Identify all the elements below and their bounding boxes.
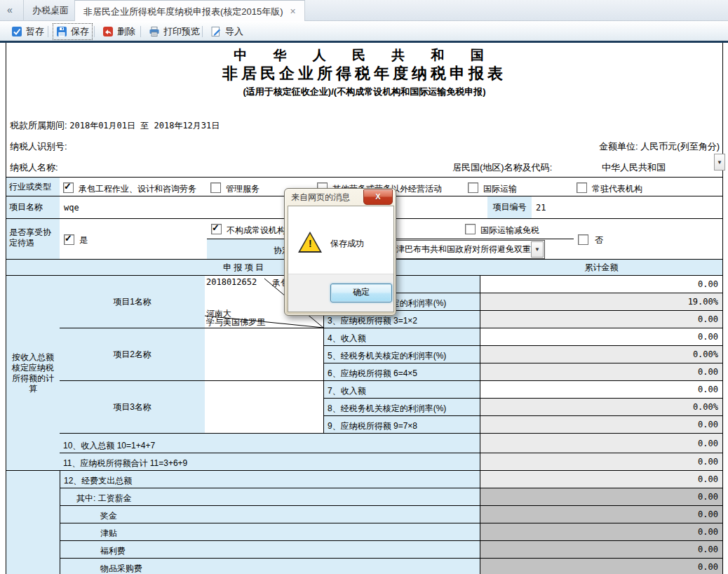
calc-row-value: 0.00 <box>480 363 723 381</box>
calc-row-label: 6、应纳税所得额 6=4×5 <box>324 363 480 381</box>
expense-row-label: 福利费 <box>60 541 480 559</box>
button-label: 打印预览 <box>163 25 200 38</box>
total-row-label: 11、应纳税所得额合计 11=3+6+9 <box>60 453 480 471</box>
delete-icon <box>102 26 114 37</box>
import-button[interactable]: 导入 <box>208 24 246 39</box>
app-window: « 办税桌面 非居民企业所得税年度纳税申报表(核定2015年版)× 暂存 保存 … <box>0 0 728 574</box>
resident-country-dropdown-button[interactable]: ▼ <box>714 154 725 171</box>
expense-row-label: 其中: 工资薪金 <box>60 488 480 506</box>
save-icon <box>56 26 67 37</box>
print-preview-button[interactable]: 打印预览 <box>146 24 203 39</box>
no-pe-checkbox[interactable]: ✓ <box>211 224 222 234</box>
form-title-main: 非居民企业所得税年度纳税申报表 <box>6 63 722 84</box>
expense-row-value: 0.00 <box>480 559 723 574</box>
dialog-close-button[interactable]: X <box>363 189 393 205</box>
calc-row-value[interactable]: 0.00 <box>480 328 723 346</box>
tab-bar: « 办税桌面 非居民企业所得税年度纳税申报表(核定2015年版)× <box>0 0 728 21</box>
import-icon <box>210 26 222 37</box>
calc-row-label: 7、收入额 <box>324 381 480 399</box>
dialog-message: 保存成功 <box>330 238 364 250</box>
industry-option-label: 承包工程作业、设计和咨询劳务 <box>79 183 196 195</box>
tab-declaration-form[interactable]: 非居民企业所得税年度纳税申报表(核定2015年版)× <box>74 0 305 21</box>
industry-option-checkbox[interactable] <box>468 182 478 193</box>
project3-detail-cell[interactable] <box>205 381 324 434</box>
project-name-label-cell: 项目名称 <box>6 196 60 219</box>
expense-row-value: 0.00 <box>480 488 723 506</box>
taxpayer-name-label: 纳税人名称: <box>10 161 58 174</box>
project-number-label-cell: 项目编号 <box>487 196 532 219</box>
project2-detail-cell[interactable] <box>205 328 324 381</box>
table-header-accumulated-amount: 累计金额 <box>480 260 723 276</box>
amount-unit-label: 金额单位: <box>599 141 638 152</box>
table-header-declared-items: 申 报 项 目 <box>6 260 481 276</box>
tab-label: 非居民企业所得税年度纳税申报表(核定2015年版) <box>83 6 283 17</box>
check-mark-icon: ✓ <box>212 222 220 233</box>
treaty-no-checkbox[interactable] <box>578 234 588 245</box>
amount-unit-value: 人民币元(列至角分) <box>640 141 720 152</box>
calc-row-label: 9、应纳税所得额 9=7×8 <box>324 416 480 434</box>
dialog-body: ! 保存成功 确定 <box>288 206 394 312</box>
resident-country-value: 中华人民共和国 <box>602 161 666 174</box>
tab-label: 办税桌面 <box>32 5 69 15</box>
button-label: 保存 <box>71 25 89 38</box>
toolbar-divider <box>94 26 95 37</box>
no-pe-label: 不构成常设机构 <box>227 225 285 236</box>
total-row-label: 10、收入总额 10=1+4+7 <box>60 434 480 453</box>
intl-exempt-checkbox[interactable] <box>465 224 476 234</box>
webpage-message-dialog: 来自网页的消息 X ! 保存成功 确定 <box>284 188 396 316</box>
expense-row-label: 奖金 <box>60 506 480 523</box>
expense-row-label: 物品采购费 <box>60 559 480 574</box>
tax-period-value: 2018年01月01日 至 2018年12月31日 <box>69 121 220 131</box>
calc-row-label: 8、经税务机关核定的利润率(%) <box>324 399 480 416</box>
tax-period-label: 税款所属期间: <box>10 120 67 131</box>
form-title-country: 中 华 人 民 共 和 国 <box>6 46 722 65</box>
treaty-dropdown-button[interactable]: ▼ <box>531 241 544 258</box>
industry-option-label: 常驻代表机构 <box>592 183 642 195</box>
industry-type-label-cell: 行业或类型 <box>6 177 60 196</box>
toolbar: 暂存 保存 删除 打印预览 导入 <box>0 21 728 43</box>
check-mark-icon: ✓ <box>64 181 72 192</box>
calc-row-value[interactable]: 0.00 <box>480 381 723 399</box>
toolbar-divider <box>140 26 141 37</box>
delete-button[interactable]: 删除 <box>100 24 138 39</box>
industry-option-checkbox[interactable] <box>210 182 221 193</box>
project-name-input[interactable]: wqe <box>60 196 488 219</box>
project-number-input[interactable]: 21 <box>532 196 723 219</box>
treaty-yes-label: 是 <box>79 234 88 246</box>
tab-close-icon[interactable]: × <box>290 6 296 17</box>
industry-option-label: 国际运输 <box>483 183 517 195</box>
tab-tax-desktop[interactable]: 办税桌面 <box>23 0 78 21</box>
collapse-chevron-icon[interactable]: « <box>7 4 13 15</box>
expense-row-value: 0.00 <box>480 541 723 559</box>
toolbar-divider <box>202 26 203 37</box>
button-label: 导入 <box>225 25 243 38</box>
button-label: 删除 <box>117 25 135 38</box>
project3-name-cell: 项目3名称 <box>60 381 205 434</box>
check-icon <box>11 26 22 37</box>
calc-row-label: 4、收入额 <box>324 328 480 346</box>
dialog-ok-button[interactable]: 确定 <box>330 283 392 302</box>
save-button[interactable]: 保存 <box>53 24 92 39</box>
tempsave-button[interactable]: 暂存 <box>8 24 47 39</box>
project1-company-line2: 学与美国佛罗里 <box>206 316 265 328</box>
industry-option-checkbox[interactable]: ✓ <box>63 182 74 193</box>
tax-period-line: 税款所属期间: 2018年01月01日 至 2018年12月31日 <box>10 119 220 132</box>
amount-unit-line: 金额单位: 人民币元(列至角分) <box>599 140 720 153</box>
treaty-benefit-label-cell: 是否享受协定待遇 <box>6 219 60 260</box>
section1-category-label: 按收入总额核定应纳税所得额的计算 <box>6 276 60 471</box>
check-mark-icon: ✓ <box>65 233 72 243</box>
form-subtitle: (适用于核定征收企业)/(不构成常设机构和国际运输免税申报) <box>6 86 722 98</box>
warning-icon: ! <box>298 232 322 253</box>
project1-code: 2018012652 <box>206 277 257 287</box>
total-row-value: 0.00 <box>480 434 723 453</box>
intl-exempt-label: 国际运输减免税 <box>480 225 539 236</box>
section2-category-cell <box>6 471 60 574</box>
treaty-no-label: 否 <box>595 234 603 246</box>
total-row-value: 0.00 <box>480 453 723 471</box>
expense-row-value: 0.00 <box>480 523 723 541</box>
industry-option-checkbox[interactable] <box>577 182 587 193</box>
calc-row-value[interactable]: 0.00 <box>480 276 723 293</box>
calc-row-label: 5、经税务机关核定的利润率(%) <box>324 346 480 363</box>
calc-row-value: 0.00% <box>480 346 723 363</box>
treaty-yes-checkbox[interactable]: ✓ <box>64 234 74 245</box>
